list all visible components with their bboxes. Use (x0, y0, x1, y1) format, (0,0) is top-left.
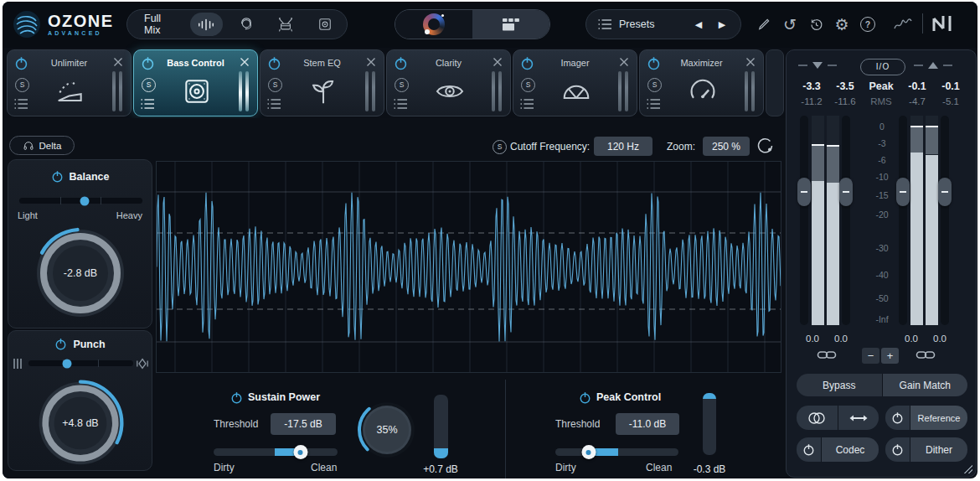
edit-button[interactable] (753, 14, 775, 34)
slider-handle[interactable] (63, 359, 72, 368)
brand-logo: OZONE ADVANCED (13, 10, 114, 39)
mix-mode-instrument-button[interactable] (309, 13, 342, 36)
sustain-amount-knob[interactable]: 35% (355, 398, 419, 462)
menu-list-icon[interactable] (14, 98, 28, 110)
power-icon[interactable] (51, 170, 64, 183)
cutoff-solo-button[interactable]: S (493, 140, 507, 154)
stereo-mode-button[interactable] (797, 406, 838, 430)
codec-button[interactable]: Codec (822, 437, 879, 462)
dither-button[interactable]: Dither (910, 437, 967, 462)
power-icon[interactable] (230, 391, 243, 404)
menu-list-icon[interactable] (647, 98, 661, 110)
input-fader-right[interactable] (839, 178, 853, 206)
slider-handle[interactable] (80, 196, 89, 205)
balance-knob[interactable]: -2.8 dB (31, 224, 130, 323)
close-icon[interactable] (366, 57, 376, 67)
solo-button[interactable]: S (521, 78, 535, 92)
waveform-display[interactable] (156, 161, 781, 373)
gain-minus-button[interactable]: − (862, 348, 879, 364)
menu-list-icon[interactable] (394, 98, 408, 110)
gain-plus-button[interactable]: + (881, 348, 899, 364)
zoom-reset-icon[interactable] (756, 137, 775, 155)
close-icon[interactable] (619, 57, 629, 67)
output-fader-right[interactable] (938, 178, 952, 206)
slider-handle[interactable] (581, 445, 596, 459)
codec-power-button[interactable] (797, 437, 821, 462)
reference-button[interactable]: Reference (910, 406, 967, 430)
mix-mode-drums-button[interactable] (269, 13, 302, 36)
output-fader-track-right[interactable] (941, 116, 949, 325)
brand-name: OZONE (48, 13, 114, 29)
module-card-bass-control[interactable]: Bass Control S (133, 49, 258, 116)
input-peak-right: -3.5 (827, 80, 864, 92)
input-fader-track-right[interactable] (842, 116, 850, 325)
cutoff-frequency-value[interactable]: 120 Hz (594, 137, 652, 156)
mix-mode-fullmix-button[interactable] (190, 13, 223, 36)
module-grid-view-button[interactable] (472, 10, 549, 39)
solo-button[interactable]: S (268, 78, 282, 92)
dither-power-button[interactable] (885, 437, 910, 462)
sustain-mix-slider[interactable] (214, 445, 338, 459)
menu-list-icon[interactable] (141, 98, 155, 110)
slider-handle[interactable] (293, 445, 307, 459)
module-card-unlimiter[interactable]: Unlimiter S (7, 49, 132, 116)
preset-next-button[interactable]: ▶ (714, 19, 730, 30)
solo-button[interactable]: S (15, 78, 29, 92)
undo-button[interactable]: ↺ (779, 14, 801, 34)
waveform-svg (157, 162, 781, 372)
bypass-button[interactable]: Bypass (797, 374, 882, 396)
punch-value: +4.8 dB (34, 376, 127, 470)
peak-mix-slider[interactable] (555, 445, 678, 459)
menu-list-icon[interactable] (267, 98, 281, 110)
close-icon[interactable] (745, 57, 756, 67)
presets-bar[interactable]: Presets ◀ ▶ (585, 9, 741, 39)
input-link-icon[interactable] (817, 349, 837, 360)
input-fader-left[interactable] (797, 178, 811, 206)
punch-knob[interactable]: +4.8 dB (34, 376, 127, 470)
settings-button[interactable]: ⚙ (831, 14, 853, 34)
output-gain-indicator[interactable] (914, 62, 952, 69)
io-toggle-button[interactable]: I/O (860, 59, 905, 75)
history-button[interactable] (805, 14, 827, 34)
menu-list-icon[interactable] (520, 98, 534, 110)
mix-mode-vocal-button[interactable] (230, 13, 262, 36)
zoom-value[interactable]: 250 % (703, 137, 750, 156)
bass-control-icon (181, 73, 213, 110)
knob-view-button[interactable] (395, 10, 472, 39)
maximizer-icon (687, 73, 719, 110)
gain-match-button[interactable]: Gain Match (883, 374, 968, 396)
preset-prev-button[interactable]: ◀ (690, 19, 707, 30)
module-card-stem-eq[interactable]: Stem EQ S (260, 49, 384, 116)
width-button[interactable] (838, 406, 879, 430)
output-link-icon[interactable] (916, 349, 936, 360)
input-fader-track-left[interactable] (800, 116, 808, 325)
module-card-clarity[interactable]: Clarity S (386, 49, 511, 116)
close-icon[interactable] (240, 57, 250, 67)
peak-threshold-value[interactable]: -11.0 dB (616, 413, 679, 435)
module-card-maximizer[interactable]: Maximizer S (639, 49, 764, 116)
close-icon[interactable] (493, 57, 503, 67)
solo-button[interactable]: S (395, 78, 409, 92)
solo-button[interactable]: S (647, 78, 662, 92)
input-gain-indicator[interactable] (798, 62, 837, 69)
output-fader-left[interactable] (896, 178, 910, 206)
module-chain: Unlimiter S Bass Control S Stem EQ S (3, 49, 786, 118)
mix-mode-label: Full Mix (144, 13, 177, 36)
sustain-threshold-value[interactable]: -17.5 dB (271, 413, 336, 435)
module-meter (112, 71, 122, 111)
help-button[interactable]: ? (857, 14, 879, 34)
sustain-threshold-label: Threshold (214, 418, 258, 430)
history-clock-icon (808, 17, 824, 33)
module-card-imager[interactable]: Imager S (513, 49, 637, 116)
module-card-partial[interactable] (766, 49, 784, 116)
power-icon[interactable] (579, 391, 591, 404)
power-icon[interactable] (54, 338, 67, 350)
solo-button[interactable]: S (142, 78, 156, 92)
resize-grip[interactable] (964, 465, 972, 473)
balance-slider[interactable] (19, 197, 142, 204)
close-icon[interactable] (113, 57, 123, 67)
delta-button[interactable]: Delta (9, 136, 75, 155)
punch-slider[interactable] (28, 359, 133, 367)
output-fader-track-left[interactable] (899, 116, 907, 325)
reference-power-button[interactable] (885, 406, 910, 430)
